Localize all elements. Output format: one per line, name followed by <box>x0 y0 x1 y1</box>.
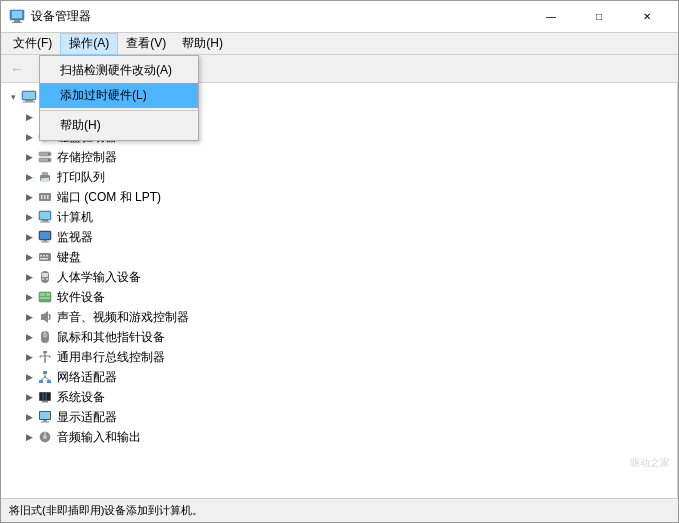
list-item[interactable]: ▶ 软件设备 <box>1 287 677 307</box>
menu-action[interactable]: 操作(A) <box>60 33 118 55</box>
expander: ▶ <box>21 369 37 385</box>
svg-rect-47 <box>42 273 48 277</box>
svg-rect-51 <box>40 293 45 296</box>
system-icon <box>37 389 53 405</box>
list-item[interactable]: ▶ 系统设备 <box>1 387 677 407</box>
svg-rect-42 <box>40 255 42 257</box>
list-item[interactable]: ▶ 键盘 <box>1 247 677 267</box>
list-item[interactable]: ▶ 音频输入和输出 <box>1 427 677 447</box>
svg-rect-28 <box>42 177 44 179</box>
printer-icon <box>37 169 53 185</box>
list-item-label: 系统设备 <box>57 389 105 406</box>
svg-rect-66 <box>47 380 51 383</box>
audio-io-icon <box>37 429 53 445</box>
storage-icon <box>37 149 53 165</box>
list-item[interactable]: ▶ 监视器 <box>1 227 677 247</box>
list-item[interactable]: ▶ 计算机 <box>1 207 677 227</box>
title-controls: — □ ✕ <box>528 1 670 33</box>
hid-icon <box>37 269 53 285</box>
dropdown-scan[interactable]: 扫描检测硬件改动(A) <box>40 58 198 83</box>
svg-point-70 <box>44 376 46 378</box>
expander: ▶ <box>21 209 37 225</box>
list-item[interactable]: ▶ 通用串行总线控制器 <box>1 347 677 367</box>
svg-rect-43 <box>43 255 45 257</box>
list-item-label: 计算机 <box>57 209 93 226</box>
expander: ▶ <box>21 349 37 365</box>
svg-rect-35 <box>42 220 48 222</box>
svg-rect-79 <box>41 422 49 423</box>
svg-marker-63 <box>49 355 51 358</box>
svg-rect-2 <box>14 20 20 22</box>
port-icon <box>37 189 53 205</box>
list-item-label: 打印队列 <box>57 169 105 186</box>
main-area: ▾ DI... ▶ 处理器 <box>1 83 678 498</box>
expander: ▶ <box>21 429 37 445</box>
network-icon <box>37 369 53 385</box>
list-item-label: 端口 (COM 和 LPT) <box>57 189 161 206</box>
list-item[interactable]: ▶ 存储控制器 <box>1 147 677 167</box>
list-item[interactable]: ▶ 端口 (COM 和 LPT) <box>1 187 677 207</box>
list-item-label: 软件设备 <box>57 289 105 306</box>
svg-rect-39 <box>43 240 47 242</box>
menu-view[interactable]: 查看(V) <box>118 33 174 55</box>
menu-help[interactable]: 帮助(H) <box>174 33 231 55</box>
svg-rect-31 <box>44 195 46 199</box>
svg-rect-5 <box>23 92 35 99</box>
menu-file[interactable]: 文件(F) <box>5 33 60 55</box>
device-tree[interactable]: ▾ DI... ▶ 处理器 <box>1 83 678 498</box>
expander: ▶ <box>21 129 37 145</box>
list-item-label: 存储控制器 <box>57 149 117 166</box>
svg-rect-44 <box>46 255 48 257</box>
list-item[interactable]: ▶ 打印队列 <box>1 167 677 187</box>
list-item-label: 人体学输入设备 <box>57 269 141 286</box>
audio-icon <box>37 309 53 325</box>
expander: ▶ <box>21 269 37 285</box>
device-manager-window: 设备管理器 — □ ✕ 文件(F) 操作(A) 查看(V) 帮助(H) 扫描检测… <box>0 0 679 523</box>
dropdown-help[interactable]: 帮助(H) <box>40 113 198 138</box>
window-title: 设备管理器 <box>31 8 528 25</box>
back-button[interactable]: ← <box>5 58 29 80</box>
svg-rect-3 <box>12 22 22 23</box>
close-button[interactable]: ✕ <box>624 1 670 33</box>
expander: ▶ <box>21 229 37 245</box>
svg-rect-54 <box>41 314 44 320</box>
list-item[interactable]: ▶ 声音、视频和游戏控制器 <box>1 307 677 327</box>
list-item-label: 键盘 <box>57 249 81 266</box>
status-bar: 将旧式(非即插即用)设备添加到计算机。 <box>1 498 678 522</box>
list-item-label: 监视器 <box>57 229 93 246</box>
minimize-button[interactable]: — <box>528 1 574 33</box>
svg-rect-52 <box>46 293 50 296</box>
svg-rect-59 <box>43 351 47 353</box>
svg-marker-55 <box>44 311 48 323</box>
list-item[interactable]: ▶ 网络适配器 <box>1 367 677 387</box>
expander: ▶ <box>21 289 37 305</box>
svg-rect-27 <box>41 178 49 182</box>
watermark: 驱动之家 <box>630 456 670 470</box>
svg-point-48 <box>42 278 44 280</box>
expander: ▶ <box>21 169 37 185</box>
expander: ▶ <box>21 389 37 405</box>
expander: ▶ <box>21 189 37 205</box>
svg-rect-41 <box>39 253 51 261</box>
dropdown-add-legacy[interactable]: 添加过时硬件(L) <box>40 83 198 108</box>
maximize-button[interactable]: □ <box>576 1 622 33</box>
expander: ▶ <box>21 109 37 125</box>
list-item-label: 网络适配器 <box>57 369 117 386</box>
svg-rect-64 <box>43 371 47 374</box>
svg-rect-7 <box>23 102 35 103</box>
svg-rect-26 <box>42 172 48 175</box>
list-item[interactable]: ▶ 鼠标和其他指针设备 <box>1 327 677 347</box>
svg-rect-32 <box>47 195 49 199</box>
svg-point-23 <box>48 153 50 155</box>
svg-rect-78 <box>43 420 47 422</box>
svg-point-24 <box>48 159 50 161</box>
usb-icon <box>37 349 53 365</box>
action-dropdown-menu: 扫描检测硬件改动(A) 添加过时硬件(L) 帮助(H) <box>39 55 199 141</box>
software-device-icon <box>37 289 53 305</box>
svg-rect-6 <box>25 100 33 102</box>
expander: ▶ <box>21 329 37 345</box>
list-item[interactable]: ▶ 人体学输入设备 <box>1 267 677 287</box>
display-icon <box>37 409 53 425</box>
expander: ▶ <box>21 409 37 425</box>
list-item[interactable]: ▶ 显示适配器 <box>1 407 677 427</box>
